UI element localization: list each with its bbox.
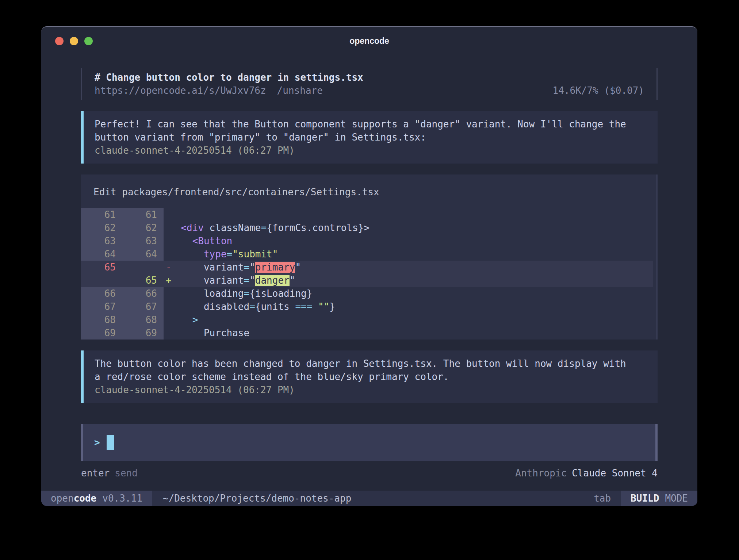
old-line-number: 68 xyxy=(81,313,122,326)
code-line: <Button xyxy=(164,234,653,248)
new-line-number: 64 xyxy=(122,248,164,261)
terminal-content: # Change button color to danger in setti… xyxy=(41,68,697,480)
code-token xyxy=(169,288,204,299)
footer-hints: entersend AnthropicClaude Sonnet 4 xyxy=(81,467,658,480)
code-token xyxy=(312,301,318,312)
diff-row: 6464 type="submit" xyxy=(81,248,653,261)
send-hint: entersend xyxy=(81,467,138,480)
assistant-message: The button color has been changed to dan… xyxy=(81,350,658,403)
unshare-command[interactable]: /unshare xyxy=(277,85,323,96)
code-token: === xyxy=(295,301,312,312)
code-token xyxy=(169,301,204,312)
diff-row: 6969 Purchase xyxy=(81,326,653,340)
code-token: className xyxy=(204,222,261,233)
opencode-terminal-window: opencode # Change button color to danger… xyxy=(41,26,697,506)
diff-row: 65+ variant="danger" xyxy=(81,274,653,287)
diff-row: 6868 > xyxy=(81,313,653,326)
text-cursor xyxy=(107,435,114,450)
code-token: " xyxy=(249,262,255,273)
code-line xyxy=(164,208,653,221)
code-token: = xyxy=(244,288,250,299)
message-line: a red/rose color scheme instead of the b… xyxy=(95,370,650,383)
provider-name: Anthropic xyxy=(515,468,567,479)
code-token: variant xyxy=(204,275,244,286)
new-line-number xyxy=(122,261,164,274)
new-line-number: 66 xyxy=(122,287,164,300)
minimize-button[interactable] xyxy=(70,37,78,45)
close-button[interactable] xyxy=(55,37,64,45)
old-line-number: 61 xyxy=(81,208,122,221)
edit-tool-title: Edit packages/frontend/src/containers/Se… xyxy=(81,174,656,208)
code-token: = xyxy=(261,222,267,233)
working-directory: ~/Desktop/Projects/demo-notes-app xyxy=(163,493,352,504)
old-line-number: 69 xyxy=(81,326,122,340)
app-name-prefix: open xyxy=(51,493,74,504)
message-line: button variant from "primary" to "danger… xyxy=(95,131,650,144)
diff-row: 6666 loading={isLoading} xyxy=(81,287,653,300)
code-token xyxy=(169,314,192,325)
code-token: Purchase xyxy=(204,327,249,338)
code-token: > xyxy=(192,314,198,325)
session-subheader: https://opencode.ai/s/UwJxv76z/unshare 1… xyxy=(95,84,644,97)
code-token: type xyxy=(204,249,227,260)
new-line-number: 63 xyxy=(122,234,164,248)
code-line: type="submit" xyxy=(164,248,653,261)
code-token xyxy=(169,262,204,273)
code-line: + variant="danger" xyxy=(164,274,653,287)
context-usage: 14.6K/7% ($0.07) xyxy=(553,84,644,97)
new-line-number: 68 xyxy=(122,313,164,326)
code-token: danger xyxy=(255,275,290,286)
zoom-button[interactable] xyxy=(84,37,93,45)
tab-key-hint[interactable]: tab xyxy=(594,493,611,504)
diff-view: 61616262 <div className={formCs.controls… xyxy=(81,208,653,340)
code-token: loading xyxy=(204,288,244,299)
code-token: "" xyxy=(318,301,329,312)
code-token: " xyxy=(249,275,255,286)
code-token xyxy=(169,235,192,246)
app-name-suffix: code xyxy=(74,493,97,504)
code-line: <div className={formCs.controls}> xyxy=(164,221,653,234)
code-token: variant xyxy=(204,262,244,273)
code-line: > xyxy=(164,313,653,326)
edit-tool-card: Edit packages/frontend/src/containers/Se… xyxy=(81,174,658,340)
old-line-number: 65 xyxy=(81,261,122,274)
window-titlebar: opencode xyxy=(41,27,697,55)
code-token: = xyxy=(227,249,233,260)
message-line: The button color has been changed to dan… xyxy=(95,357,650,370)
code-token: <div xyxy=(181,222,204,233)
addition-marker: + xyxy=(166,274,172,287)
code-line: - variant="primary" xyxy=(164,261,653,274)
session-title: # Change button color to danger in setti… xyxy=(95,71,644,84)
share-url[interactable]: https://opencode.ai/s/UwJxv76z xyxy=(95,85,266,96)
app-version: v0.3.11 xyxy=(102,493,142,504)
mode-chip: BUILDMODE xyxy=(621,491,697,506)
code-token xyxy=(169,222,181,233)
share-info: https://opencode.ai/s/UwJxv76z/unshare xyxy=(95,84,323,97)
code-token: " xyxy=(295,262,301,273)
message-model-meta: claude-sonnet-4-20250514 (06:27 PM) xyxy=(95,383,650,396)
send-action-label: send xyxy=(115,468,138,479)
model-indicator: AnthropicClaude Sonnet 4 xyxy=(515,467,658,480)
new-line-number: 61 xyxy=(122,208,164,221)
code-line: loading={isLoading} xyxy=(164,287,653,300)
enter-key-hint: enter xyxy=(81,468,110,479)
code-token xyxy=(169,327,204,338)
old-line-number: 64 xyxy=(81,248,122,261)
assistant-message: Perfect! I can see that the Button compo… xyxy=(81,111,658,164)
prompt-input[interactable]: > xyxy=(81,424,658,461)
mode-label: MODE xyxy=(665,493,688,504)
code-token: "submit" xyxy=(232,249,278,260)
mode-name: BUILD xyxy=(631,493,659,504)
code-token: = xyxy=(244,262,250,273)
new-line-number: 65 xyxy=(122,274,164,287)
code-token: primary xyxy=(255,262,295,273)
code-line: disabled={units === ""} xyxy=(164,300,653,313)
new-line-number: 69 xyxy=(122,326,164,340)
new-line-number: 62 xyxy=(122,221,164,234)
message-model-meta: claude-sonnet-4-20250514 (06:27 PM) xyxy=(95,144,650,157)
new-line-number: 67 xyxy=(122,300,164,313)
code-token: } xyxy=(329,301,335,312)
code-token: = xyxy=(244,275,250,286)
code-token: " xyxy=(290,275,295,286)
prompt-symbol: > xyxy=(94,436,100,449)
